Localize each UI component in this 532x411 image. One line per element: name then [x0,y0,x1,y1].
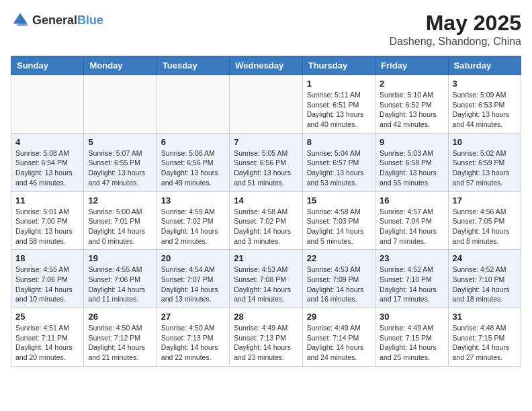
calendar-cell: 1Sunrise: 5:11 AMSunset: 6:51 PMDaylight… [302,75,375,134]
day-number: 18 [15,253,79,263]
day-number: 25 [15,312,79,322]
calendar-cell: 8Sunrise: 5:04 AMSunset: 6:57 PMDaylight… [302,133,375,191]
day-info: Sunrise: 5:02 AMSunset: 6:59 PMDaylight:… [453,148,517,188]
day-number: 19 [88,253,152,263]
day-info: Sunrise: 4:55 AMSunset: 7:06 PMDaylight:… [88,265,152,304]
logo-general: General [32,13,77,27]
day-number: 4 [15,137,79,147]
logo-blue: Blue [77,13,103,27]
day-number: 3 [453,79,517,89]
calendar-cell: 9Sunrise: 5:03 AMSunset: 6:58 PMDaylight… [375,133,448,191]
weekday-header-row: SundayMondayTuesdayWednesdayThursdayFrid… [11,56,521,75]
day-info: Sunrise: 4:59 AMSunset: 7:02 PMDaylight:… [161,207,225,246]
location: Dasheng, Shandong, China [389,36,521,48]
day-info: Sunrise: 5:00 AMSunset: 7:01 PMDaylight:… [88,207,152,246]
day-number: 5 [88,137,152,147]
day-number: 24 [453,253,517,263]
weekday-header-wednesday: Wednesday [230,56,302,75]
day-info: Sunrise: 4:53 AMSunset: 7:08 PMDaylight:… [234,265,298,304]
day-number: 15 [307,195,371,205]
calendar-week-5: 25Sunrise: 4:51 AMSunset: 7:11 PMDayligh… [11,308,521,367]
calendar-week-2: 4Sunrise: 5:08 AMSunset: 6:54 PMDaylight… [11,133,521,191]
calendar-cell: 21Sunrise: 4:53 AMSunset: 7:08 PMDayligh… [230,250,302,308]
day-info: Sunrise: 5:10 AMSunset: 6:52 PMDaylight:… [380,90,443,130]
day-info: Sunrise: 4:55 AMSunset: 7:06 PMDaylight:… [15,265,79,304]
calendar-week-4: 18Sunrise: 4:55 AMSunset: 7:06 PMDayligh… [11,250,521,308]
calendar-cell: 25Sunrise: 4:51 AMSunset: 7:11 PMDayligh… [11,308,84,367]
day-info: Sunrise: 5:07 AMSunset: 6:55 PMDaylight:… [88,148,152,188]
calendar-cell: 17Sunrise: 4:56 AMSunset: 7:05 PMDayligh… [448,191,521,250]
calendar-cell [11,75,84,134]
day-number: 11 [15,195,79,205]
weekday-header-saturday: Saturday [448,56,521,75]
day-number: 10 [453,137,517,147]
logo-text: GeneralBlue [32,13,103,28]
day-number: 7 [234,137,298,147]
calendar-cell: 22Sunrise: 4:53 AMSunset: 7:09 PMDayligh… [302,250,375,308]
calendar-cell: 4Sunrise: 5:08 AMSunset: 6:54 PMDaylight… [11,133,84,191]
weekday-header-friday: Friday [375,56,448,75]
calendar-cell: 27Sunrise: 4:50 AMSunset: 7:13 PMDayligh… [157,308,229,367]
day-number: 21 [234,253,298,263]
day-info: Sunrise: 4:51 AMSunset: 7:11 PMDaylight:… [15,323,79,363]
day-number: 13 [161,195,225,205]
calendar-cell: 3Sunrise: 5:09 AMSunset: 6:53 PMDaylight… [448,75,521,134]
weekday-header-thursday: Thursday [302,56,375,75]
calendar-cell: 12Sunrise: 5:00 AMSunset: 7:01 PMDayligh… [84,191,157,250]
calendar-cell [157,75,229,134]
day-number: 1 [307,79,371,89]
day-number: 30 [380,312,443,322]
logo: GeneralBlue [11,11,103,30]
day-number: 14 [234,195,298,205]
day-info: Sunrise: 5:04 AMSunset: 6:57 PMDaylight:… [307,148,371,188]
calendar-cell: 13Sunrise: 4:59 AMSunset: 7:02 PMDayligh… [157,191,229,250]
day-info: Sunrise: 4:58 AMSunset: 7:03 PMDaylight:… [307,207,371,246]
day-info: Sunrise: 4:49 AMSunset: 7:15 PMDaylight:… [380,323,443,363]
day-number: 31 [453,312,517,322]
day-number: 23 [380,253,443,263]
calendar-table: SundayMondayTuesdayWednesdayThursdayFrid… [11,56,521,367]
day-number: 8 [307,137,371,147]
day-number: 26 [88,312,152,322]
day-info: Sunrise: 4:52 AMSunset: 7:10 PMDaylight:… [380,265,443,304]
day-number: 2 [380,79,443,89]
calendar-cell: 23Sunrise: 4:52 AMSunset: 7:10 PMDayligh… [375,250,448,308]
day-info: Sunrise: 4:49 AMSunset: 7:14 PMDaylight:… [307,323,371,363]
page-header: GeneralBlue May 2025 Dasheng, Shandong, … [11,11,521,48]
month-year: May 2025 [389,11,521,36]
calendar-cell: 18Sunrise: 4:55 AMSunset: 7:06 PMDayligh… [11,250,84,308]
weekday-header-tuesday: Tuesday [157,56,229,75]
day-info: Sunrise: 5:01 AMSunset: 7:00 PMDaylight:… [15,207,79,246]
day-info: Sunrise: 4:57 AMSunset: 7:04 PMDaylight:… [380,207,443,246]
day-info: Sunrise: 5:03 AMSunset: 6:58 PMDaylight:… [380,148,443,188]
day-number: 12 [88,195,152,205]
calendar-cell: 14Sunrise: 4:58 AMSunset: 7:02 PMDayligh… [230,191,302,250]
day-number: 17 [453,195,517,205]
calendar-cell: 16Sunrise: 4:57 AMSunset: 7:04 PMDayligh… [375,191,448,250]
day-number: 22 [307,253,371,263]
day-number: 9 [380,137,443,147]
weekday-header-monday: Monday [84,56,157,75]
day-info: Sunrise: 4:49 AMSunset: 7:13 PMDaylight:… [234,323,298,363]
day-info: Sunrise: 4:54 AMSunset: 7:07 PMDaylight:… [161,265,225,304]
logo-icon [11,11,30,30]
day-number: 16 [380,195,443,205]
day-info: Sunrise: 4:52 AMSunset: 7:10 PMDaylight:… [453,265,517,304]
day-info: Sunrise: 4:48 AMSunset: 7:15 PMDaylight:… [453,323,517,363]
day-info: Sunrise: 5:06 AMSunset: 6:56 PMDaylight:… [161,148,225,188]
calendar-cell: 6Sunrise: 5:06 AMSunset: 6:56 PMDaylight… [157,133,229,191]
day-number: 29 [307,312,371,322]
day-number: 20 [161,253,225,263]
calendar-week-3: 11Sunrise: 5:01 AMSunset: 7:00 PMDayligh… [11,191,521,250]
calendar-week-1: 1Sunrise: 5:11 AMSunset: 6:51 PMDaylight… [11,75,521,134]
day-info: Sunrise: 4:50 AMSunset: 7:12 PMDaylight:… [88,323,152,363]
calendar-cell: 5Sunrise: 5:07 AMSunset: 6:55 PMDaylight… [84,133,157,191]
calendar-cell [230,75,302,134]
calendar-cell: 20Sunrise: 4:54 AMSunset: 7:07 PMDayligh… [157,250,229,308]
day-info: Sunrise: 5:11 AMSunset: 6:51 PMDaylight:… [307,90,371,130]
calendar-cell: 2Sunrise: 5:10 AMSunset: 6:52 PMDaylight… [375,75,448,134]
title-block: May 2025 Dasheng, Shandong, China [389,11,521,48]
calendar-cell: 19Sunrise: 4:55 AMSunset: 7:06 PMDayligh… [84,250,157,308]
day-info: Sunrise: 4:56 AMSunset: 7:05 PMDaylight:… [453,207,517,246]
calendar-cell: 11Sunrise: 5:01 AMSunset: 7:00 PMDayligh… [11,191,84,250]
